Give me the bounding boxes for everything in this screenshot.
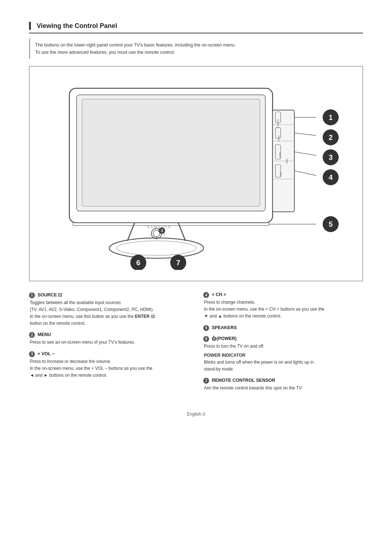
desc-source: 1 SOURCE ⊡ Toggles between all the avail… — [29, 292, 189, 327]
svg-text:3: 3 — [328, 153, 332, 161]
svg-text:4: 4 — [328, 173, 333, 181]
svg-line-29 — [294, 152, 316, 155]
desc-power-title: 6 ⏻(POWER) — [203, 336, 363, 342]
desc-menu: 2 MENU Press to see an on-screen menu of… — [29, 332, 189, 346]
svg-text:MENU: MENU — [278, 136, 280, 142]
intro-box: The buttons on the lower-right panel con… — [29, 39, 363, 59]
desc-remote-sensor: 7 REMOTE CONTROL SENSOR Aim the remote c… — [203, 378, 363, 392]
svg-text:3: 3 — [161, 229, 163, 233]
desc-menu-body: Press to see an on-screen menu of your T… — [29, 339, 189, 346]
desc-speakers: 5 SPEAKERS — [203, 325, 363, 331]
desc-power-indicator: POWER INDICATOR Blinks and turns off whe… — [203, 352, 363, 373]
svg-text:5: 5 — [328, 220, 332, 228]
desc-source-body: Toggles between all the available input … — [29, 299, 189, 327]
svg-line-30 — [294, 171, 316, 175]
svg-text:1: 1 — [328, 113, 332, 121]
diagram-box: SAMSUNG 3 o SOURCE MENU VOL+ VOL- CH — [29, 66, 363, 281]
desc-vol-body: Press to increase or decrease the volume… — [29, 358, 189, 379]
desc-remote-sensor-body: Aim the remote control towards this spot… — [203, 385, 363, 392]
desc-power-body: Press to turn the TV on and off. — [203, 343, 363, 350]
svg-text:7: 7 — [176, 259, 180, 267]
svg-text:VOL-: VOL- — [286, 158, 288, 165]
tv-diagram: SAMSUNG 3 o SOURCE MENU VOL+ VOL- CH — [40, 77, 374, 270]
svg-point-6 — [117, 241, 196, 255]
desc-ch-body: Press to change channels. In the on-scre… — [203, 299, 363, 320]
desc-ch-title: 4 < CH > — [203, 292, 363, 298]
descriptions: 1 SOURCE ⊡ Toggles between all the avail… — [29, 292, 363, 397]
section-title: Viewing the Control Panel — [29, 22, 363, 33]
desc-vol: 3 + VOL − Press to increase or decrease … — [29, 351, 189, 379]
desc-power: 6 ⏻(POWER) Press to turn the TV on and o… — [203, 336, 363, 373]
title-accent — [29, 22, 31, 30]
svg-text:6: 6 — [136, 259, 140, 267]
desc-menu-title: 2 MENU — [29, 332, 189, 338]
svg-text:o: o — [164, 233, 166, 236]
svg-line-28 — [294, 133, 316, 136]
desc-vol-title: 3 + VOL − — [29, 351, 189, 357]
svg-text:SOURCE: SOURCE — [277, 119, 279, 129]
left-column: 1 SOURCE ⊡ Toggles between all the avail… — [29, 292, 189, 397]
svg-text:2: 2 — [328, 133, 332, 141]
right-column: 4 < CH > Press to change channels. In th… — [203, 292, 363, 397]
intro-line-2: To use the more advanced features, you m… — [35, 49, 358, 56]
page-title: Viewing the Control Panel — [37, 22, 117, 30]
svg-text:VOL+: VOL+ — [279, 152, 281, 159]
desc-remote-sensor-title: 7 REMOTE CONTROL SENSOR — [203, 378, 363, 384]
desc-ch: 4 < CH > Press to change channels. In th… — [203, 292, 363, 320]
intro-line-1: The buttons on the lower-right panel con… — [35, 41, 358, 49]
svg-rect-2 — [82, 99, 260, 206]
page-number: English-3 — [29, 412, 363, 417]
desc-speakers-title: 5 SPEAKERS — [203, 325, 363, 331]
desc-source-title: 1 SOURCE ⊡ — [29, 292, 189, 298]
